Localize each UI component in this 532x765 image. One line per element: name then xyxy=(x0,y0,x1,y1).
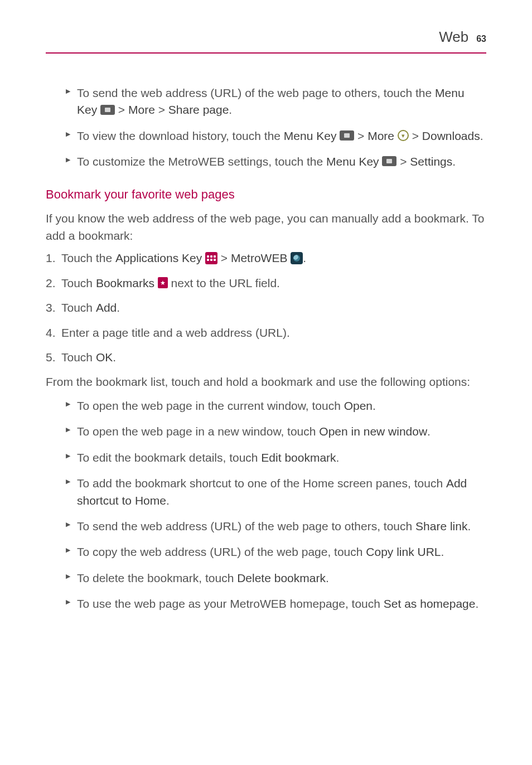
bullet-item: To edit the bookmark details, touch Edit… xyxy=(66,449,486,466)
body-text: Touch xyxy=(61,277,96,289)
bullet-item: To open the web page in a new window, to… xyxy=(66,423,486,440)
bullet-item: To open the web page in the current wind… xyxy=(66,398,486,414)
menu-key-icon xyxy=(382,156,396,166)
bold-text: Applications Key xyxy=(115,251,205,264)
step-item: Touch the Applications Key > MetroWEB . xyxy=(46,250,486,267)
section-intro: If you know the web address of the web p… xyxy=(46,210,486,244)
bold-text: Bookmarks xyxy=(96,277,158,289)
bullet-item: To customize the MetroWEB settings, touc… xyxy=(66,153,486,170)
body-text: . xyxy=(326,572,329,584)
body-text: Enter a page title and a web address (UR… xyxy=(61,326,290,339)
bold-text: More xyxy=(128,103,155,116)
body-text: > xyxy=(217,251,231,264)
body-text: . xyxy=(336,451,340,464)
body-text: . xyxy=(373,399,376,412)
bullet-item: To send the web address (URL) of the web… xyxy=(66,518,486,535)
body-text: . xyxy=(303,251,306,264)
bold-text: Share link xyxy=(415,520,467,532)
bold-text: More xyxy=(367,129,398,142)
bullet-item: To use the web page as your MetroWEB hom… xyxy=(66,595,486,612)
header-page-number: 63 xyxy=(476,32,486,45)
intro-bullet-list: To send the web address (URL) of the web… xyxy=(46,85,486,171)
steps-list: Touch the Applications Key > MetroWEB .T… xyxy=(46,250,486,366)
menu-key-icon xyxy=(340,130,354,141)
options-bullet-list: To open the web page in the current wind… xyxy=(46,398,486,613)
body-text: To open the web page in a new window, to… xyxy=(77,425,319,438)
bullet-item: To send the web address (URL) of the web… xyxy=(66,85,486,119)
body-text: next to the URL field. xyxy=(168,277,280,289)
section-title: Bookmark your favorite web pages xyxy=(46,186,486,204)
body-text: > xyxy=(115,103,128,116)
bold-text: OK xyxy=(96,351,113,364)
body-text: To view the download history, touch the xyxy=(77,129,284,142)
body-text: Touch the xyxy=(61,251,115,264)
bold-text: Open in new window xyxy=(319,425,427,438)
bold-text: Menu Key xyxy=(326,155,382,168)
body-text: To edit the bookmark details, touch xyxy=(77,451,261,464)
body-text: To delete the bookmark, touch xyxy=(77,572,237,584)
body-text: To send the web address (URL) of the web… xyxy=(77,520,415,532)
body-text: To copy the web address (URL) of the web… xyxy=(77,545,366,558)
body-text: Touch xyxy=(61,301,96,314)
body-text: > xyxy=(155,103,168,116)
bold-text: Delete bookmark xyxy=(237,572,326,584)
body-text: . xyxy=(452,155,456,168)
bold-text: MetroWEB xyxy=(231,251,291,264)
page-header: Web 63 xyxy=(46,27,486,54)
bold-text: Copy link URL xyxy=(366,545,441,558)
step-item: Touch OK. xyxy=(46,349,486,366)
more-circle-icon xyxy=(398,130,409,141)
bold-text: Edit bookmark xyxy=(261,451,336,464)
bold-text: Downloads xyxy=(422,129,480,142)
bold-text: Menu Key xyxy=(284,129,340,142)
step-item: Touch Bookmarks next to the URL field. xyxy=(46,275,486,292)
bookmark-icon xyxy=(158,277,168,288)
body-text: . xyxy=(113,351,116,364)
body-text: . xyxy=(117,301,120,314)
body-text: . xyxy=(475,597,478,610)
menu-key-icon xyxy=(100,105,115,115)
body-text: . xyxy=(166,494,170,507)
body-text: To send the web address (URL) of the web… xyxy=(77,86,435,99)
body-text: To add the bookmark shortcut to one of t… xyxy=(77,477,446,490)
bullet-item: To copy the web address (URL) of the web… xyxy=(66,544,486,560)
body-text: Touch xyxy=(61,351,96,364)
header-title: Web xyxy=(439,27,468,48)
body-text: > xyxy=(396,155,410,168)
bold-text: Settings xyxy=(410,155,452,168)
bold-text: Share page xyxy=(168,103,229,116)
body-text: . xyxy=(480,129,483,142)
body-text: . xyxy=(441,545,444,558)
body-text: To customize the MetroWEB settings, touc… xyxy=(77,155,326,168)
body-text: To open the web page in the current wind… xyxy=(77,399,344,412)
body-text: To use the web page as your MetroWEB hom… xyxy=(77,597,384,610)
metroweb-icon xyxy=(291,252,303,264)
bullet-item: To add the bookmark shortcut to one of t… xyxy=(66,475,486,509)
body-text: > xyxy=(409,129,422,142)
bullet-item: To delete the bookmark, touch Delete boo… xyxy=(66,570,486,587)
body-text: . xyxy=(467,520,471,532)
step-item: Enter a page title and a web address (UR… xyxy=(46,325,486,341)
body-text: . xyxy=(229,103,232,116)
apps-key-icon xyxy=(205,252,217,264)
options-intro: From the bookmark list, touch and hold a… xyxy=(46,374,486,390)
bullet-item: To view the download history, touch the … xyxy=(66,128,486,144)
body-text: . xyxy=(427,425,431,438)
bold-text: Set as homepage xyxy=(384,597,476,610)
document-page: Web 63 To send the web address (URL) of … xyxy=(0,0,532,662)
bold-text: Add xyxy=(96,301,117,314)
step-item: Touch Add. xyxy=(46,299,486,316)
bold-text: Open xyxy=(344,399,373,412)
body-text: > xyxy=(354,129,367,142)
